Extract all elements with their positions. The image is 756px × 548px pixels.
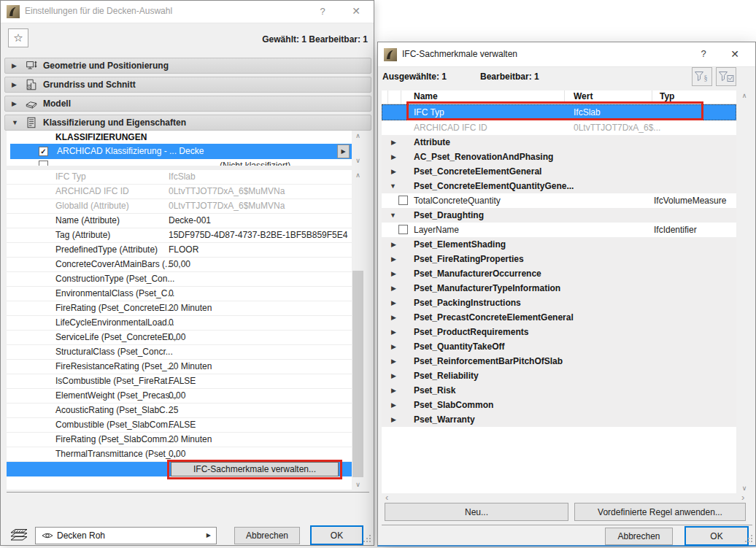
tree-group-row[interactable]: ▶Pset_Reliability — [382, 368, 736, 383]
property-row[interactable]: IsCombustible (Pset_FireRat...FALSE — [7, 374, 352, 389]
property-row[interactable]: Name (Attribute)Decke-001 — [7, 214, 352, 228]
tree-group-row[interactable]: ▶Attribute — [382, 135, 736, 150]
table-row-selected-ifc-typ[interactable]: IFC Typ IfcSlab — [382, 104, 736, 120]
tree-group-row[interactable]: ▶Pset_Warranty — [382, 412, 736, 427]
tree-item-row[interactable]: TotalConcreteQuantityIfcVolumeMeasure — [382, 193, 736, 208]
tree-group-row[interactable]: ▶Pset_ConcreteElementGeneral — [382, 164, 736, 179]
properties-scrollbar[interactable]: ∧ ∨ — [352, 170, 364, 490]
help-button[interactable]: ? — [315, 1, 330, 22]
expand-arrow-icon[interactable]: ▶ — [391, 354, 396, 368]
expand-arrow-icon[interactable]: ▶ — [391, 150, 396, 164]
collapse-arrow-icon[interactable]: ▼ — [390, 179, 396, 193]
tree-group-row[interactable]: ▶Pset_PrecastConcreteElementGeneral — [382, 310, 736, 325]
tree-group-row[interactable]: ▶Pset_ManufacturerTypeInformation — [382, 281, 736, 296]
resize-grip[interactable] — [363, 535, 371, 543]
classification-picker-button[interactable]: ▶ — [337, 144, 350, 158]
property-row[interactable]: IFC TypIfcSlab — [7, 170, 352, 185]
expand-arrow-icon[interactable]: ▶ — [391, 412, 396, 427]
expand-arrow-icon[interactable]: ▶ — [391, 310, 396, 325]
property-row[interactable]: FireRating (Pset_ConcreteEl...20 Minuten — [7, 301, 352, 316]
expand-arrow-icon[interactable]: ▶ — [391, 325, 396, 339]
property-row[interactable]: AcousticRating (Pset_SlabC...25 — [7, 404, 352, 418]
property-row[interactable]: EnvironmentalClass (Pset_C...0 — [7, 287, 352, 301]
scroll-up-icon[interactable]: ∧ — [352, 132, 364, 139]
manage-ifc-properties-button[interactable]: IFC-Sachmerkmale verwalten... — [171, 462, 339, 476]
scroll-down-icon[interactable]: ∨ — [352, 481, 364, 488]
scroll-up-icon[interactable]: ∧ — [736, 92, 752, 99]
property-row[interactable]: Tag (Attribute)15DF975D-4D87-4737-B2BE-1… — [7, 228, 352, 243]
section-bar[interactable]: ▶Geometrie und Positionierung — [4, 58, 371, 74]
cancel-button[interactable]: Abbrechen — [234, 527, 300, 544]
expand-arrow-icon[interactable]: ▶ — [391, 252, 396, 266]
tree-group-row[interactable]: ▶Pset_ElementShading — [382, 237, 736, 252]
close-button[interactable]: ✕ — [349, 1, 363, 22]
tree-group-row[interactable]: ▶Pset_ManufacturerOccurrence — [382, 266, 736, 281]
scroll-down-icon[interactable]: ∨ — [736, 485, 752, 492]
right-dialog-titlebar[interactable]: IFC-Sachmerkmale verwalten ? ✕ — [378, 42, 755, 67]
scroll-up-icon[interactable]: ∧ — [352, 171, 364, 179]
section-bar[interactable]: ▶Modell — [4, 96, 371, 112]
tree-group-row[interactable]: ▶Pset_ProductRequirements — [382, 325, 736, 339]
ok-button[interactable]: OK — [310, 525, 363, 545]
tree-group-row[interactable]: ▶Pset_SlabCommon — [382, 398, 736, 412]
favorites-button[interactable]: ☆ — [8, 28, 28, 47]
property-row[interactable]: ElementWeight (Pset_Precas...0,00 — [7, 389, 352, 404]
property-row[interactable]: StructuralClass (Pset_Concr... — [7, 345, 352, 360]
tree-group-row[interactable]: ▼Pset_ConcreteElementQuantityGene... — [382, 179, 736, 193]
resize-grip[interactable] — [745, 535, 753, 543]
section-bar[interactable]: ▼Klassifizierung und Eigenschaften — [4, 115, 371, 131]
property-row[interactable]: ConcreteCoverAtMainBars (...50,00 — [7, 258, 352, 272]
checkbox-checked[interactable]: ✓ — [39, 147, 48, 156]
classification-row-selected[interactable]: ✓ ARCHICAD Klassifizierung - ... Decke ▶ — [10, 144, 352, 159]
property-row[interactable]: FireResistanceRating (Pset_...20 Minuten — [7, 360, 352, 374]
expand-arrow-icon[interactable]: ▶ — [391, 135, 396, 150]
property-row[interactable]: Combustible (Pset_SlabCom...FALSE — [7, 418, 352, 433]
filter-rule-button[interactable]: § — [692, 67, 712, 86]
scroll-left-icon[interactable]: ‹ — [385, 492, 388, 503]
help-button[interactable]: ? — [696, 42, 711, 66]
property-row[interactable]: LifeCycleEnvironmentalLoad...0 — [7, 316, 352, 331]
classification-row-clipped[interactable]: … (Nicht klassifiziert) — [10, 159, 352, 166]
scroll-down-icon[interactable]: ∨ — [352, 157, 364, 164]
collapse-arrow-icon[interactable]: ▼ — [390, 208, 396, 223]
property-row[interactable]: ThermalTransmittance (Pset_...0,00 — [7, 447, 352, 462]
expand-arrow-icon[interactable]: ▶ — [391, 266, 396, 281]
section-bar[interactable]: ▶Grundriss und Schnitt — [4, 77, 371, 93]
layer-selector[interactable]: Decken Roh ▶ — [35, 527, 217, 544]
property-row[interactable]: ConstructionType (Pset_Con... — [7, 272, 352, 287]
tree-group-row[interactable]: ▶AC_Pset_RenovationAndPhasing — [382, 150, 736, 164]
close-button[interactable]: ✕ — [728, 42, 742, 66]
expand-arrow-icon[interactable]: ▶ — [391, 339, 396, 354]
property-row[interactable]: ARCHICAD IFC ID0LtvTTJOT7DxA_6$MuMVNa — [7, 185, 352, 199]
tree-group-row[interactable]: ▶Pset_PackingInstructions — [382, 296, 736, 310]
scroll-right-icon[interactable]: › — [741, 492, 744, 503]
checkbox-unchecked[interactable] — [398, 225, 408, 234]
classifications-scrollbar[interactable]: ∧ ∨ — [352, 131, 364, 166]
property-row[interactable]: PredefinedType (Attribute)FLOOR — [7, 243, 352, 258]
checkbox-unchecked[interactable] — [398, 196, 408, 205]
scrollbar-thumb[interactable] — [352, 271, 363, 477]
table-scrollbar[interactable]: ∧ ∨ — [736, 90, 752, 493]
tree-group-row[interactable]: ▶Pset_ReinforcementBarPitchOfSlab — [382, 354, 736, 368]
new-button[interactable]: Neu... — [385, 503, 568, 521]
expand-arrow-icon[interactable]: ▶ — [391, 368, 396, 383]
table-row-archicad-ifc-id[interactable]: ARCHICAD IFC ID 0LtvTTJOT7DxA_6$... — [382, 120, 736, 135]
expand-arrow-icon[interactable]: ▶ — [391, 281, 396, 296]
manage-row-highlight[interactable]: IFC-Sachmerkmale verwalten... — [7, 462, 352, 476]
expand-arrow-icon[interactable]: ▶ — [391, 383, 396, 398]
property-row[interactable]: GlobalId (Attribute)0LtvTTJOT7DxA_6$MuMV… — [7, 199, 352, 214]
filter-checked-button[interactable] — [716, 67, 736, 86]
property-row[interactable]: FireRating (Pset_SlabComm...20 Minuten — [7, 433, 352, 447]
tree-group-row[interactable]: ▼Pset_Draughting — [382, 208, 736, 223]
left-dialog-titlebar[interactable]: Einstellungen für die Decken-Auswahl ? ✕ — [1, 1, 374, 23]
ok-button[interactable]: OK — [684, 526, 749, 546]
property-row[interactable]: ServiceLife (Pset_ConcreteEl...0,00 — [7, 331, 352, 345]
tree-group-row[interactable]: ▶Pset_Risk — [382, 383, 736, 398]
expand-arrow-icon[interactable]: ▶ — [391, 296, 396, 310]
tree-group-row[interactable]: ▶Pset_FireRatingProperties — [382, 252, 736, 266]
expand-arrow-icon[interactable]: ▶ — [391, 164, 396, 179]
expand-arrow-icon[interactable]: ▶ — [391, 398, 396, 412]
cancel-button[interactable]: Abbrechen — [605, 528, 673, 545]
apply-predefined-rule-button[interactable]: Vordefinierte Regel anwenden... — [574, 503, 746, 521]
expand-arrow-icon[interactable]: ▶ — [391, 237, 396, 252]
